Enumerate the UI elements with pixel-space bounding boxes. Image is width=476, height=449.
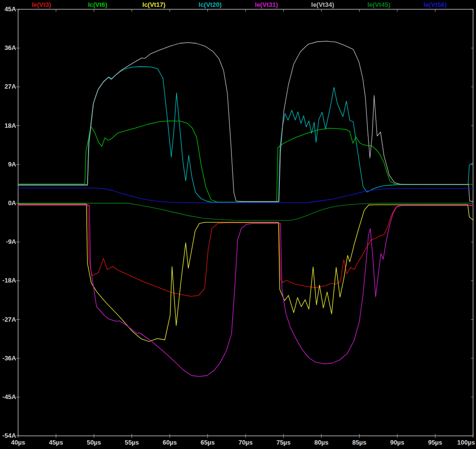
waveform-viewer: Ie(Vt3) Ic(Vt6) Ic(Vt17) Ic(Vt20) Ie(Vt3…: [0, 0, 476, 449]
x-tick-label: 85µs: [352, 439, 366, 446]
y-tick-label: -45A: [2, 393, 17, 401]
y-tick-label: 36A: [4, 44, 16, 51]
x-tick-label: 65µs: [201, 439, 215, 446]
y-tick-label: -9A: [6, 238, 17, 245]
x-tick-label: 80µs: [314, 439, 328, 446]
y-tick-label: 45A: [4, 5, 16, 13]
y-tick-label: 27A: [4, 83, 16, 90]
y-tick-label: -27A: [2, 316, 17, 323]
x-tick-label: 95µs: [428, 439, 442, 446]
x-axis-labels: 40µs45µs50µs55µs60µs65µs70µs75µs80µs85µs…: [11, 439, 475, 446]
x-tick-label: 100µs: [457, 439, 475, 446]
x-tick-label: 60µs: [162, 439, 177, 446]
y-tick-label: 18A: [4, 122, 16, 129]
x-tick-label: 45µs: [49, 439, 63, 446]
waveform-plot: 40µs45µs50µs55µs60µs65µs70µs75µs80µs85µs…: [0, 0, 476, 449]
x-tick-label: 50µs: [87, 439, 101, 446]
y-tick-label: -18A: [2, 277, 17, 284]
y-tick-label: -36A: [2, 354, 17, 362]
x-tick-label: 40µs: [11, 439, 25, 446]
y-tick-label: -54A: [2, 432, 17, 439]
y-tick-label: 0A: [8, 199, 16, 207]
x-tick-label: 55µs: [125, 439, 139, 446]
x-tick-label: 75µs: [276, 439, 291, 446]
y-tick-label: 9A: [8, 161, 16, 168]
x-tick-label: 70µs: [238, 439, 252, 446]
x-tick-label: 90µs: [390, 439, 404, 446]
y-axis-labels: 45A36A27A18A9A0A-9A-18A-27A-36A-45A-54A: [2, 5, 17, 439]
